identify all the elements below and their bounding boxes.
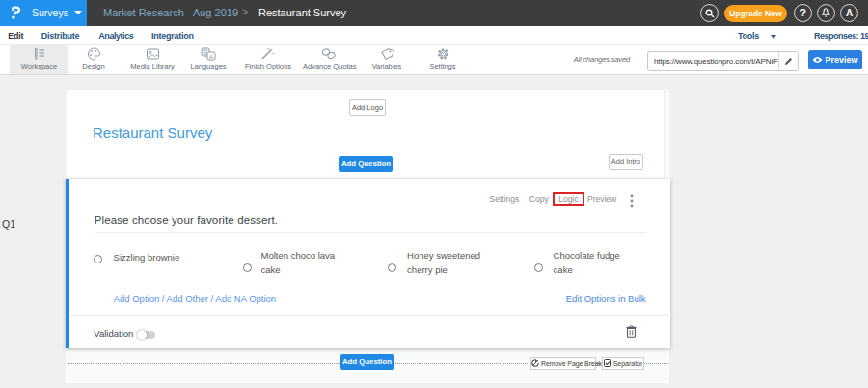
svg-text:A: A [209,54,213,60]
